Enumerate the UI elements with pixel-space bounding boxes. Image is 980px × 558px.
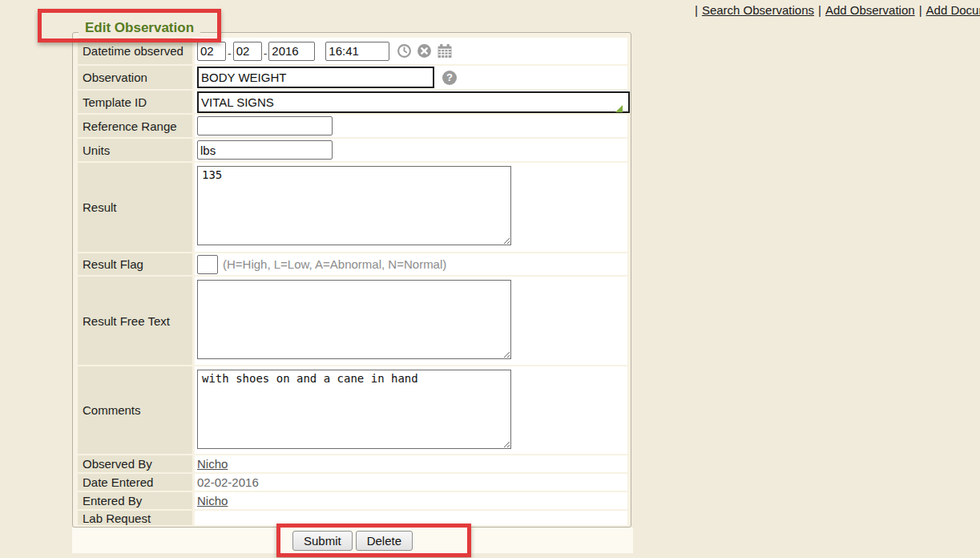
row-date-entered: Date Entered 02-02-2016	[78, 474, 627, 491]
row-result-flag: Result Flag (H=High, L=Low, A=Abnormal, …	[78, 253, 627, 275]
row-lab-request: Lab Request	[78, 511, 627, 525]
datetime-day-input[interactable]	[233, 42, 262, 61]
date-separator: -	[264, 47, 268, 60]
result-flag-hint: (H=High, L=Low, A=Abnormal, N=Normal)	[223, 257, 446, 271]
comments-textarea[interactable]: with shoes on and a cane in hand	[197, 370, 511, 449]
result-textarea[interactable]: 135	[197, 166, 511, 245]
observed-by-label: Observed By	[78, 455, 192, 472]
clear-icon[interactable]	[417, 43, 432, 59]
row-entered-by: Entered By Nicho	[78, 492, 627, 509]
lab-request-label: Lab Request	[78, 511, 192, 525]
datetime-time-input[interactable]	[325, 42, 389, 61]
help-icon[interactable]: ?	[442, 71, 457, 85]
nav-separator: |	[915, 3, 926, 17]
page-title: Edit Observation	[79, 20, 200, 36]
datetime-observed-label: Datetime observed	[78, 38, 192, 64]
nav-separator: |	[814, 3, 825, 17]
row-comments: Comments with shoes on and a cane in han…	[78, 366, 627, 454]
row-datetime-observed: Datetime observed - -	[78, 38, 627, 64]
nav-link-add-document[interactable]: Add Document	[926, 3, 980, 17]
observation-label: Observation	[78, 66, 192, 89]
result-flag-label: Result Flag	[78, 253, 192, 275]
row-observed-by: Observed By Nicho	[78, 455, 627, 472]
row-reference-range: Reference Range	[78, 115, 627, 137]
result-free-text-label: Result Free Text	[78, 277, 192, 365]
date-separator: -	[228, 47, 232, 60]
nav-separator: |	[691, 3, 702, 17]
top-nav: |Search Observations|Add Observation|Add…	[691, 3, 980, 17]
calendar-icon[interactable]	[437, 43, 453, 59]
resize-grip-icon[interactable]	[615, 105, 623, 112]
delete-button[interactable]: Delete	[356, 531, 413, 551]
result-free-text-textarea[interactable]	[197, 280, 511, 359]
nav-link-search-observations[interactable]: Search Observations	[702, 3, 814, 17]
observed-by-link[interactable]: Nicho	[197, 457, 228, 471]
clock-icon[interactable]	[397, 43, 412, 59]
result-flag-input[interactable]	[197, 255, 218, 274]
date-entered-value: 02-02-2016	[197, 475, 259, 489]
entered-by-label: Entered By	[78, 492, 192, 509]
template-id-input[interactable]	[197, 91, 630, 113]
nav-link-add-observation[interactable]: Add Observation	[825, 3, 915, 17]
row-result: Result 135	[78, 163, 627, 252]
units-input[interactable]	[197, 140, 333, 160]
comments-label: Comments	[78, 366, 192, 454]
template-id-label: Template ID	[78, 91, 192, 113]
datetime-year-input[interactable]	[268, 42, 315, 61]
submit-button[interactable]: Submit	[292, 531, 353, 551]
entered-by-link[interactable]: Nicho	[197, 494, 228, 507]
reference-range-label: Reference Range	[78, 115, 192, 137]
row-units: Units	[78, 139, 627, 161]
form-actions: Submit Delete	[72, 528, 633, 553]
units-label: Units	[78, 139, 192, 161]
row-observation: Observation ?	[78, 66, 627, 89]
row-result-free-text: Result Free Text	[78, 277, 627, 365]
reference-range-input[interactable]	[197, 116, 333, 135]
row-template-id: Template ID	[78, 91, 627, 113]
date-entered-label: Date Entered	[78, 474, 192, 491]
result-label: Result	[78, 163, 192, 252]
edit-observation-form: Datetime observed - - Observation	[72, 32, 631, 528]
datetime-month-input[interactable]	[197, 42, 226, 61]
observation-input[interactable]	[197, 67, 434, 88]
